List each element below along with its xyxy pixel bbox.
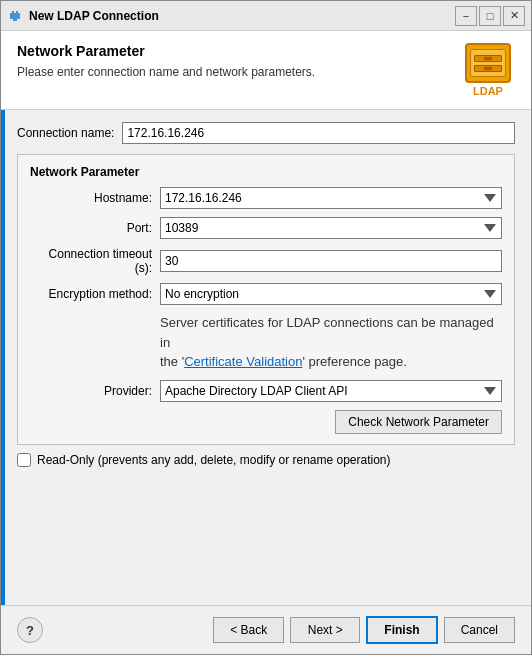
ldap-label: LDAP <box>473 85 503 97</box>
left-accent <box>1 110 5 605</box>
svg-rect-2 <box>16 11 18 14</box>
content-area: Connection name: Network Parameter Hostn… <box>1 110 531 605</box>
provider-label: Provider: <box>30 384 160 398</box>
header-title: Network Parameter <box>17 43 315 59</box>
svg-rect-3 <box>13 18 17 21</box>
hostname-select[interactable]: 172.16.16.246 <box>160 187 502 209</box>
ldap-icon-inner <box>465 43 511 83</box>
check-btn-row: Check Network Parameter <box>30 410 502 434</box>
close-button[interactable]: ✕ <box>503 6 525 26</box>
ldap-icon: LDAP <box>461 43 515 97</box>
connection-name-label: Connection name: <box>17 126 114 140</box>
hostname-label: Hostname: <box>30 191 160 205</box>
timeout-row: Connection timeout (s): <box>30 247 502 275</box>
cancel-button[interactable]: Cancel <box>444 617 515 643</box>
network-parameter-group: Network Parameter Hostname: 172.16.16.24… <box>17 154 515 445</box>
readonly-label: Read-Only (prevents any add, delete, mod… <box>37 453 391 467</box>
network-group-title: Network Parameter <box>30 165 502 179</box>
hostname-row: Hostname: 172.16.16.246 <box>30 187 502 209</box>
timeout-input[interactable] <box>160 250 502 272</box>
ldap-icon-drawer-top <box>474 55 502 62</box>
cert-info: Server certificates for LDAP connections… <box>160 313 502 372</box>
window-title: New LDAP Connection <box>29 9 449 23</box>
connection-name-input[interactable] <box>122 122 515 144</box>
readonly-row: Read-Only (prevents any add, delete, mod… <box>17 453 515 467</box>
window-icon <box>7 8 23 24</box>
certificate-validation-link[interactable]: Certificate Validation <box>184 354 302 369</box>
title-bar: New LDAP Connection − □ ✕ <box>1 1 531 31</box>
check-network-button[interactable]: Check Network Parameter <box>335 410 502 434</box>
encryption-label: Encryption method: <box>30 287 160 301</box>
ldap-icon-handle-top <box>484 57 492 60</box>
maximize-button[interactable]: □ <box>479 6 501 26</box>
ldap-icon-handle-bottom <box>484 67 492 70</box>
header-section: Network Parameter Please enter connectio… <box>1 31 531 110</box>
ldap-icon-cabinet <box>470 49 506 77</box>
provider-select[interactable]: Apache Directory LDAP Client APIJNDI <box>160 380 502 402</box>
provider-row: Provider: Apache Directory LDAP Client A… <box>30 380 502 402</box>
readonly-checkbox[interactable] <box>17 453 31 467</box>
finish-button[interactable]: Finish <box>366 616 437 644</box>
back-button[interactable]: < Back <box>213 617 284 643</box>
help-button[interactable]: ? <box>17 617 43 643</box>
encryption-select[interactable]: No encryptionUse SSL encryption (ldaps:/… <box>160 283 502 305</box>
footer: ? < Back Next > Finish Cancel <box>1 605 531 654</box>
port-row: Port: 10389 <box>30 217 502 239</box>
title-bar-controls: − □ ✕ <box>455 6 525 26</box>
cert-info-after: ' preference page. <box>302 354 406 369</box>
connection-name-row: Connection name: <box>17 122 515 144</box>
window: New LDAP Connection − □ ✕ Network Parame… <box>0 0 532 655</box>
timeout-label: Connection timeout (s): <box>30 247 160 275</box>
port-label: Port: <box>30 221 160 235</box>
ldap-icon-drawer-bottom <box>474 65 502 72</box>
minimize-button[interactable]: − <box>455 6 477 26</box>
header-text: Network Parameter Please enter connectio… <box>17 43 315 79</box>
port-select[interactable]: 10389 <box>160 217 502 239</box>
next-button[interactable]: Next > <box>290 617 360 643</box>
header-description: Please enter connection name and network… <box>17 65 315 79</box>
encryption-row: Encryption method: No encryptionUse SSL … <box>30 283 502 305</box>
svg-rect-1 <box>12 11 14 14</box>
